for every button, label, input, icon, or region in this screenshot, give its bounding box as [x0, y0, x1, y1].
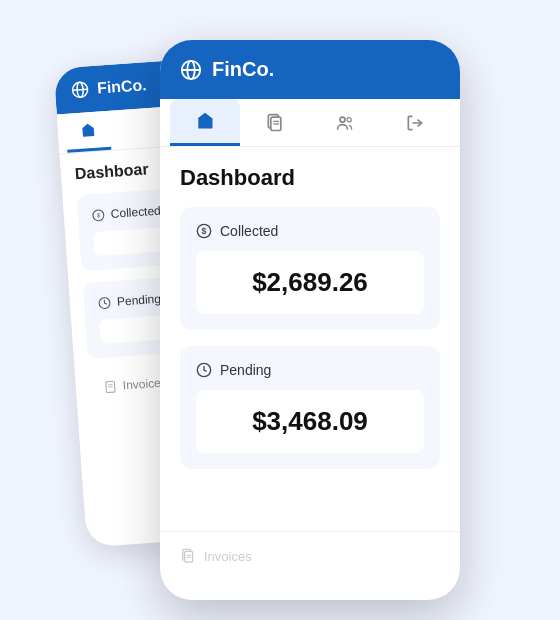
pending-text: Pending — [220, 362, 271, 378]
invoice-icon-back — [103, 379, 117, 393]
front-collected-label: $ Collected — [196, 223, 424, 239]
front-page-title: Dashboard — [180, 165, 440, 191]
home-icon-back — [79, 122, 96, 139]
front-nav-home[interactable] — [170, 99, 240, 146]
front-invoices-item[interactable]: Invoices — [160, 531, 460, 580]
front-pending-label: Pending — [196, 362, 424, 378]
phone-front: FinCo. — [160, 40, 460, 600]
front-content: Dashboard $ Collected $2,689.26 — [160, 147, 460, 503]
front-logo-text: FinCo. — [212, 58, 274, 81]
globe-icon-front — [180, 59, 202, 81]
front-nav-exit[interactable] — [380, 99, 450, 146]
svg-line-2 — [73, 89, 88, 90]
front-nav-docs[interactable] — [240, 99, 310, 146]
svg-rect-23 — [185, 551, 193, 562]
globe-icon-back — [70, 80, 89, 99]
invoices-label: Invoices — [204, 549, 252, 564]
collected-value: $2,689.26 — [252, 267, 368, 297]
front-nav[interactable] — [160, 99, 460, 147]
front-header: FinCo. — [160, 40, 460, 99]
exit-icon-front — [405, 113, 425, 133]
scene: FinCo. Dashboar $ Collected — [50, 30, 510, 590]
svg-text:$: $ — [202, 226, 207, 236]
clock-icon-back — [98, 296, 112, 310]
front-pending-card: Pending $3,468.09 — [180, 346, 440, 469]
svg-point-17 — [347, 117, 351, 121]
docs-icon-front — [265, 113, 285, 133]
collected-value-box: $2,689.26 — [196, 251, 424, 314]
back-logo-text: FinCo. — [96, 76, 147, 97]
front-collected-card: $ Collected $2,689.26 — [180, 207, 440, 330]
front-nav-team[interactable] — [310, 99, 380, 146]
pending-value-box: $3,468.09 — [196, 390, 424, 453]
invoice-icon-front — [180, 548, 196, 564]
dollar-icon-back: $ — [91, 208, 105, 222]
svg-point-16 — [340, 117, 345, 122]
collected-text: Collected — [220, 223, 278, 239]
back-nav-home[interactable] — [65, 111, 112, 153]
dollar-circle-icon: $ — [196, 223, 212, 239]
clock-circle-icon — [196, 362, 212, 378]
pending-value: $3,468.09 — [252, 406, 368, 436]
team-icon-front — [334, 113, 356, 133]
home-icon-front — [195, 111, 215, 131]
svg-text:$: $ — [96, 212, 100, 218]
